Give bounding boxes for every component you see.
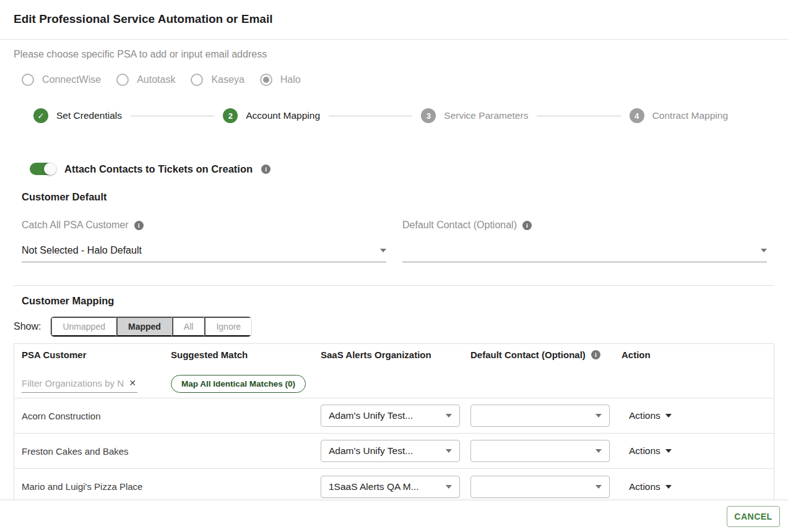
filter-organizations-input[interactable]	[22, 378, 124, 388]
chevron-down-icon	[380, 249, 386, 252]
chevron-down-icon	[446, 414, 452, 418]
saas-org-select[interactable]: Adam's Unify Test...	[321, 440, 460, 462]
psa-radio-group: ConnectWise Autotask Kaseya Halo	[14, 74, 774, 86]
step-connector-line	[131, 116, 214, 116]
chevron-down-icon	[665, 449, 672, 453]
mapping-filter-segments: Unmapped Mapped All Ignore	[50, 316, 252, 337]
info-icon[interactable]	[261, 165, 271, 174]
chevron-down-icon	[595, 449, 602, 453]
step-number-badge: 4	[630, 108, 644, 123]
step-contract-mapping[interactable]: 4 Contract Mapping	[630, 108, 728, 123]
psa-customer-cell: Mario and Luigi's Pizza Place	[14, 481, 163, 492]
chevron-down-icon	[595, 485, 602, 489]
step-set-credentials[interactable]: ✓ Set Credentials	[33, 108, 122, 123]
step-connector-line	[537, 116, 620, 116]
step-service-parameters[interactable]: 3 Service Parameters	[421, 108, 528, 123]
chevron-down-icon	[595, 414, 602, 418]
attach-contacts-row: Attach Contacts to Tickets on Creation	[30, 163, 774, 175]
actions-menu-button[interactable]: Actions	[614, 481, 774, 492]
customer-default-heading: Customer Default	[22, 191, 767, 203]
wizard-stepper: ✓ Set Credentials 2 Account Mapping 3 Se…	[33, 108, 728, 123]
filter-mapped-button[interactable]: Mapped	[116, 317, 172, 337]
column-header-suggested-match: Suggested Match	[163, 350, 313, 360]
radio-icon	[22, 74, 34, 86]
column-header-action: Action	[614, 350, 774, 360]
default-contact-field: Default Contact (Optional)	[402, 220, 767, 262]
radio-icon	[191, 74, 203, 86]
info-icon[interactable]	[522, 221, 532, 230]
table-row: Acorn Construction Adam's Unify Test... …	[14, 398, 774, 434]
filter-all-button[interactable]: All	[172, 317, 205, 337]
step-number-badge: 3	[421, 108, 436, 123]
saas-org-select[interactable]: 1SaaS Alerts QA M...	[321, 476, 460, 498]
saas-org-select[interactable]: Adam's Unify Test...	[321, 405, 460, 427]
toggle-knob	[44, 163, 56, 175]
show-filter-row: Show: Unmapped Mapped All Ignore	[14, 316, 774, 337]
table-header: PSA Customer Suggested Match SaaS Alerts…	[14, 344, 774, 398]
psa-radio-connectwise[interactable]: ConnectWise	[22, 74, 101, 86]
step-connector-line	[329, 116, 412, 116]
column-header-default-contact: Default Contact (Optional)	[463, 350, 614, 360]
info-icon[interactable]	[134, 221, 144, 230]
psa-instruction-text: Please choose specific PSA to add or inp…	[14, 49, 774, 60]
actions-menu-button[interactable]: Actions	[614, 445, 774, 457]
dialog-header: Edit Professional Service Automation or …	[0, 0, 788, 40]
column-header-psa-customer: PSA Customer	[14, 350, 163, 360]
section-divider	[14, 285, 774, 286]
catch-all-psa-field: Catch All PSA Customer Not Selected - Ha…	[22, 220, 386, 262]
customer-mapping-table: PSA Customer Suggested Match SaaS Alerts…	[14, 343, 774, 505]
radio-selected-icon	[260, 74, 272, 86]
psa-radio-kaseya[interactable]: Kaseya	[191, 74, 244, 86]
filter-ignore-button[interactable]: Ignore	[204, 317, 251, 337]
organization-filter: ✕	[22, 375, 137, 393]
table-row: Freston Cakes and Bakes Adam's Unify Tes…	[14, 434, 774, 469]
row-default-contact-select[interactable]	[470, 476, 610, 498]
edit-psa-dialog: Edit Professional Service Automation or …	[0, 0, 788, 505]
customer-mapping-heading: Customer Mapping	[22, 295, 767, 307]
chevron-down-icon	[665, 414, 672, 418]
chevron-down-icon	[761, 249, 767, 252]
step-complete-check-icon: ✓	[33, 108, 48, 123]
step-number-badge: 2	[223, 108, 238, 123]
chevron-down-icon	[446, 449, 452, 453]
step-account-mapping[interactable]: 2 Account Mapping	[223, 108, 320, 123]
clear-filter-icon[interactable]: ✕	[128, 377, 137, 388]
psa-customer-cell: Acorn Construction	[14, 411, 163, 421]
radio-icon	[116, 74, 129, 86]
row-default-contact-select[interactable]	[470, 405, 610, 427]
psa-customer-cell: Freston Cakes and Bakes	[14, 446, 163, 457]
column-header-saas-org: SaaS Alerts Organization	[313, 350, 463, 360]
dialog-footer: CANCEL	[0, 500, 788, 532]
page-title: Edit Professional Service Automation or …	[14, 12, 774, 26]
catch-all-psa-customer-select[interactable]: Not Selected - Halo Default	[22, 244, 386, 262]
psa-radio-halo[interactable]: Halo	[260, 74, 301, 86]
chevron-down-icon	[446, 485, 452, 489]
default-contact-select[interactable]	[402, 244, 767, 262]
row-default-contact-select[interactable]	[470, 440, 610, 462]
actions-menu-button[interactable]: Actions	[614, 410, 774, 421]
filter-unmapped-button[interactable]: Unmapped	[51, 317, 116, 337]
info-icon[interactable]	[591, 350, 600, 359]
chevron-down-icon	[665, 485, 672, 489]
attach-contacts-toggle[interactable]	[30, 163, 56, 175]
psa-radio-autotask[interactable]: Autotask	[116, 74, 175, 86]
map-all-identical-button[interactable]: Map All Identical Matches (0)	[171, 375, 306, 393]
dialog-body: Please choose specific PSA to add or inp…	[0, 49, 788, 505]
cancel-button[interactable]: CANCEL	[727, 506, 780, 527]
table-row: Mario and Luigi's Pizza Place 1SaaS Aler…	[14, 469, 774, 504]
customer-default-section: Customer Default Catch All PSA Customer …	[14, 191, 774, 262]
